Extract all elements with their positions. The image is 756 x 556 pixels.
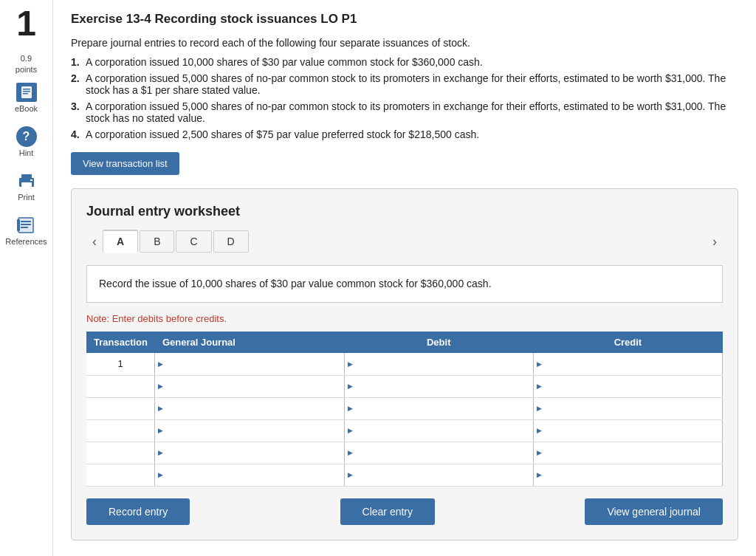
debit-cell[interactable] [344, 419, 533, 442]
transaction-description: Record the issue of 10,000 shares of $30… [86, 265, 723, 303]
general-journal-cell[interactable] [155, 375, 344, 397]
debit-input[interactable] [345, 442, 533, 464]
debit-cell[interactable] [344, 353, 533, 375]
svg-rect-12 [21, 227, 28, 228]
table-row [86, 397, 723, 419]
credit-input[interactable] [534, 420, 722, 442]
print-icon [15, 171, 38, 191]
ebook-icon [16, 83, 37, 102]
col-header-debit: Debit [344, 332, 533, 353]
gj-input[interactable] [155, 442, 343, 464]
sidebar-item-print[interactable]: Print [15, 171, 38, 202]
table-row [86, 375, 723, 397]
svg-rect-1 [23, 89, 30, 90]
list-item: 3. A corporation issued 5,000 shares of … [71, 100, 738, 124]
credit-input[interactable] [534, 442, 722, 464]
debit-cell[interactable] [344, 397, 533, 419]
general-journal-cell[interactable] [155, 419, 344, 442]
credit-cell[interactable] [533, 375, 722, 397]
debit-cell[interactable] [344, 464, 533, 486]
debit-cell[interactable] [344, 442, 533, 464]
table-row [86, 442, 723, 464]
svg-rect-7 [30, 179, 32, 181]
sidebar-item-references[interactable]: References [5, 215, 47, 246]
general-journal-cell[interactable] [155, 353, 344, 375]
gj-input[interactable] [155, 420, 343, 442]
table-row [86, 464, 723, 486]
hint-icon-box: ? [15, 126, 38, 147]
gj-input[interactable] [155, 376, 343, 397]
tab-a[interactable]: A [103, 230, 138, 253]
general-journal-cell[interactable] [155, 397, 344, 419]
view-transaction-list-button[interactable]: View transaction list [71, 152, 179, 175]
print-label: Print [18, 193, 35, 202]
credit-cell[interactable] [533, 397, 722, 419]
debit-input[interactable] [345, 464, 533, 486]
svg-rect-10 [21, 221, 31, 222]
main-content: Exercise 13-4 Recording stock issuances … [53, 0, 756, 556]
page-number: 1 [16, 6, 36, 41]
debit-cell[interactable] [344, 375, 533, 397]
hint-icon: ? [16, 126, 37, 147]
debit-input[interactable] [345, 420, 533, 442]
gj-input[interactable] [155, 398, 343, 419]
svg-rect-6 [21, 182, 32, 187]
transaction-number [86, 442, 155, 464]
debit-input[interactable] [345, 353, 533, 375]
table-row: 1 [86, 353, 723, 375]
transaction-number [86, 397, 155, 419]
credit-input[interactable] [534, 464, 722, 486]
general-journal-cell[interactable] [155, 464, 344, 486]
references-icon [14, 215, 38, 236]
bottom-buttons: Record entry Clear entry View general jo… [86, 498, 723, 525]
credit-input[interactable] [534, 376, 722, 397]
tab-d[interactable]: D [213, 230, 249, 253]
general-journal-cell[interactable] [155, 442, 344, 464]
list-item: 4. A corporation issued 2,500 shares of … [71, 128, 738, 140]
debit-credit-note: Note: Enter debits before credits. [86, 313, 723, 324]
credit-input[interactable] [534, 353, 722, 375]
sidebar-item-ebook[interactable]: eBook [15, 82, 38, 113]
sidebar: 1 0.9 points eBook ? Hint [0, 0, 53, 556]
credit-cell[interactable] [533, 464, 722, 486]
table-row [86, 419, 723, 442]
debit-input[interactable] [345, 398, 533, 419]
col-header-general-journal: General Journal [155, 332, 344, 353]
tab-prev-button[interactable]: ‹ [86, 234, 103, 250]
tab-b[interactable]: B [140, 230, 174, 253]
svg-rect-13 [17, 219, 20, 231]
list-item: 2. A corporation issued 5,000 shares of … [71, 72, 738, 96]
debit-input[interactable] [345, 376, 533, 397]
exercise-list: 1. A corporation issued 10,000 shares of… [71, 56, 738, 140]
record-entry-button[interactable]: Record entry [86, 498, 190, 525]
svg-rect-0 [21, 86, 32, 98]
points-info: 0.9 points [16, 53, 37, 76]
ebook-label: eBook [15, 104, 38, 113]
ebook-icon-box [15, 82, 38, 103]
journal-worksheet: Journal entry worksheet ‹ A B C D › Reco… [71, 188, 738, 540]
worksheet-title: Journal entry worksheet [86, 204, 723, 219]
list-item: 1. A corporation issued 10,000 shares of… [71, 56, 738, 68]
tab-next-button[interactable]: › [707, 234, 723, 250]
credit-cell[interactable] [533, 442, 722, 464]
credit-cell[interactable] [533, 419, 722, 442]
credit-input[interactable] [534, 398, 722, 419]
references-label: References [5, 237, 47, 246]
gj-input[interactable] [155, 464, 343, 486]
svg-rect-5 [21, 174, 32, 179]
intro-text: Prepare journal entries to record each o… [71, 37, 738, 49]
col-header-credit: Credit [533, 332, 722, 353]
tab-c[interactable]: C [176, 230, 211, 253]
transaction-number: 1 [86, 353, 155, 375]
gj-input[interactable] [155, 353, 343, 375]
col-header-transaction: Transaction [86, 332, 155, 353]
view-general-journal-button[interactable]: View general journal [585, 498, 723, 525]
sidebar-item-hint[interactable]: ? Hint [15, 126, 38, 157]
hint-label: Hint [19, 148, 34, 157]
svg-rect-2 [23, 91, 30, 92]
credit-cell[interactable] [533, 353, 722, 375]
transaction-number [86, 375, 155, 397]
tabs-row: ‹ A B C D › [86, 230, 723, 253]
clear-entry-button[interactable]: Clear entry [340, 498, 435, 525]
transaction-number [86, 419, 155, 442]
